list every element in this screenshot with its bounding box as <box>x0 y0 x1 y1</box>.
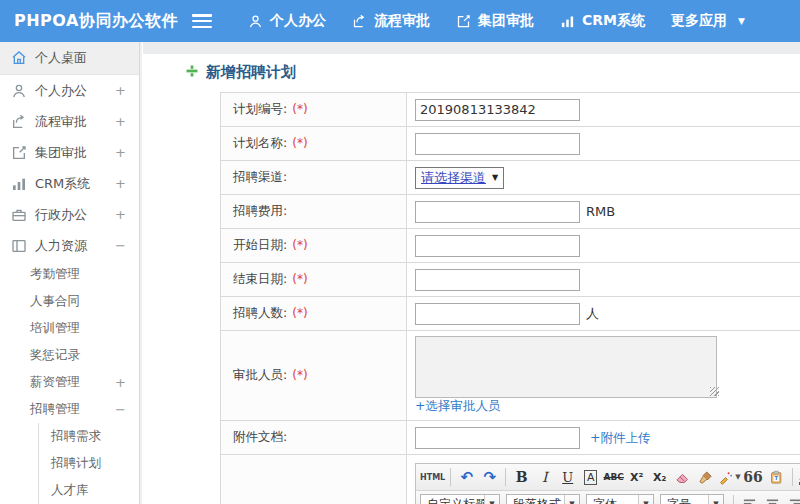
nav-more-apps[interactable]: 更多应用 ▼ <box>671 12 745 30</box>
html-source-button[interactable]: HTML <box>420 467 445 488</box>
channel-label: 招聘渠道: <box>233 169 287 184</box>
expand-plus-icon[interactable]: + <box>115 176 126 191</box>
cost-unit: RMB <box>586 204 615 219</box>
autotypeset-button[interactable]: A <box>580 467 601 488</box>
sidebar-item-talent-pool[interactable]: 人才库 <box>39 477 139 504</box>
font-size-select[interactable]: 字号▼ <box>660 494 724 504</box>
rich-text-editor: HTML ↶ ↷ B I U A ABC X² X₂ ▼ <box>415 463 800 504</box>
plan-no-input[interactable] <box>415 99 580 121</box>
collapse-minus-icon[interactable]: − <box>115 402 126 417</box>
sidebar-item-group-approval[interactable]: 集团审批 + <box>0 137 139 168</box>
content-top-strip <box>143 42 800 54</box>
underline-button[interactable]: U <box>557 467 578 488</box>
attachment-upload-link[interactable]: +附件上传 <box>590 430 650 445</box>
custom-title-select[interactable]: 自定义标题▼ <box>420 494 500 504</box>
sidebar-item-personal-office[interactable]: 个人办公 + <box>0 75 139 106</box>
align-center-button[interactable] <box>762 494 783 504</box>
sidebar-item-recruit-demand[interactable]: 招聘需求 <box>39 423 139 450</box>
plan-name-input[interactable] <box>415 133 580 155</box>
expand-plus-icon[interactable]: + <box>115 114 126 129</box>
align-left-button[interactable] <box>739 494 760 504</box>
select-approver-link[interactable]: +选择审批人员 <box>415 398 500 413</box>
expand-plus-icon[interactable]: + <box>115 375 126 390</box>
plan-name-label: 计划名称: <box>233 135 287 150</box>
clear-format-button[interactable] <box>695 467 716 488</box>
recruit-submenu: 招聘需求 招聘计划 人才库 <box>38 423 139 504</box>
user-icon <box>11 83 27 99</box>
required-mark: (*) <box>292 136 307 150</box>
resize-grip-icon[interactable] <box>710 387 719 396</box>
sidebar-item-hr-contract[interactable]: 人事合同 <box>0 288 139 315</box>
undo-button[interactable]: ↶ <box>456 467 477 488</box>
nav-crm-system[interactable]: CRM系统 <box>560 12 645 30</box>
table-row: 招聘费用: RMB <box>221 195 800 229</box>
chevron-down-icon: ▼ <box>492 173 498 182</box>
blockquote-button[interactable]: 66 <box>743 467 764 488</box>
sidebar-item-salary[interactable]: 薪资管理 + <box>0 369 139 396</box>
process-arrow-icon <box>352 14 367 29</box>
sidebar-item-crm-system[interactable]: CRM系统 + <box>0 168 139 199</box>
italic-button[interactable]: I <box>534 467 555 488</box>
svg-text:T: T <box>774 475 778 481</box>
hamburger-menu-icon[interactable] <box>192 14 212 28</box>
align-right-button[interactable] <box>785 494 800 504</box>
user-icon <box>248 14 263 29</box>
end-date-label: 结束日期: <box>233 271 287 286</box>
sidebar-item-recruit-mgmt[interactable]: 招聘管理 − <box>0 396 139 423</box>
sidebar-item-admin-office[interactable]: 行政办公 + <box>0 199 139 230</box>
required-mark: (*) <box>292 368 307 382</box>
table-row: 结束日期:(*) <box>221 263 800 297</box>
strikethrough-button[interactable]: ABC <box>603 467 624 488</box>
table-row: 计划名称:(*) <box>221 127 800 161</box>
channel-select[interactable]: 请选择渠道 ▼ <box>415 167 504 189</box>
headcount-input[interactable] <box>415 303 580 325</box>
redo-button[interactable]: ↷ <box>479 467 500 488</box>
subscript-button[interactable]: X₂ <box>649 467 670 488</box>
chevron-down-icon: ▼ <box>484 495 499 504</box>
approver-textarea[interactable] <box>415 336 717 398</box>
sidebar-item-rewards[interactable]: 奖惩记录 <box>0 342 139 369</box>
briefcase-icon <box>11 207 27 223</box>
headcount-unit: 人 <box>586 306 599 321</box>
cost-label: 招聘费用: <box>233 203 287 218</box>
attachment-input[interactable] <box>415 427 580 449</box>
sidebar-item-recruit-plan[interactable]: 招聘计划 <box>39 450 139 477</box>
end-date-input[interactable] <box>415 269 580 291</box>
required-mark: (*) <box>292 238 307 252</box>
superscript-button[interactable]: X² <box>626 467 647 488</box>
recruit-plan-form: 计划编号:(*) 计划名称:(*) 招聘渠道: 请选择渠道 ▼ 招聘费用: RM… <box>220 92 800 504</box>
format-painter-button[interactable]: ▼ <box>718 467 740 488</box>
home-icon <box>11 50 27 66</box>
start-date-input[interactable] <box>415 235 580 257</box>
eraser-button[interactable] <box>672 467 693 488</box>
topbar: PHPOA协同办公软件 个人办公 流程审批 集团审批 CRM系统 更多应用 ▼ <box>0 0 800 42</box>
sidebar-item-training[interactable]: 培训管理 <box>0 315 139 342</box>
edit-square-icon <box>456 14 471 29</box>
sidebar-item-personal-desktop[interactable]: 个人桌面 <box>0 42 139 75</box>
bold-button[interactable]: B <box>511 467 532 488</box>
bar-chart-icon <box>11 176 27 192</box>
book-icon <box>11 238 27 254</box>
add-plus-icon <box>185 63 199 82</box>
edit-square-icon <box>11 145 27 161</box>
page-title: 新增招聘计划 <box>143 54 800 92</box>
collapse-minus-icon[interactable]: − <box>115 238 126 253</box>
paragraph-format-select[interactable]: 段落格式▼ <box>506 494 580 504</box>
sidebar-item-attendance[interactable]: 考勤管理 <box>0 261 139 288</box>
sidebar-item-human-resources[interactable]: 人力资源 − <box>0 230 139 261</box>
nav-personal-office[interactable]: 个人办公 <box>248 12 326 30</box>
expand-plus-icon[interactable]: + <box>115 207 126 222</box>
chevron-down-icon: ▼ <box>708 495 723 504</box>
nav-workflow-approval[interactable]: 流程审批 <box>352 12 430 30</box>
nav-group-approval[interactable]: 集团审批 <box>456 12 534 30</box>
required-mark: (*) <box>292 102 307 116</box>
paste-text-button[interactable]: T <box>766 467 787 488</box>
expand-plus-icon[interactable]: + <box>115 145 126 160</box>
app-logo: PHPOA协同办公软件 <box>0 11 192 32</box>
table-row: HTML ↶ ↷ B I U A ABC X² X₂ ▼ <box>221 455 800 504</box>
font-family-select[interactable]: 字体▼ <box>586 494 654 504</box>
expand-plus-icon[interactable]: + <box>115 83 126 98</box>
bar-chart-icon <box>560 14 575 29</box>
sidebar-item-workflow-approval[interactable]: 流程审批 + <box>0 106 139 137</box>
cost-input[interactable] <box>415 201 580 223</box>
